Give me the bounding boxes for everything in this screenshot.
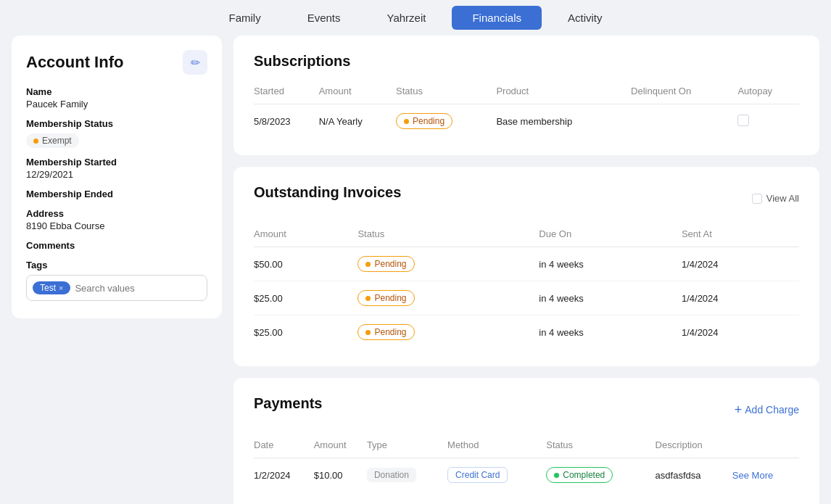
credit-card-badge: Credit Card [447, 467, 508, 483]
badge-dot-icon [33, 139, 38, 144]
invoice-pending-badge: Pending [357, 290, 414, 306]
invoice-due-on: in 4 weeks [539, 247, 682, 281]
payment-status-text: Completed [563, 470, 605, 480]
subscriptions-col-autopay: Autopay [737, 81, 799, 104]
invoice-pending-badge: Pending [357, 256, 414, 272]
table-row: $25.00 Pending in 4 weeks 1/4/2024 [254, 315, 799, 350]
invoice-amount: $25.00 [254, 281, 357, 315]
invoices-col-amount: Amount [254, 224, 357, 247]
see-more-button[interactable]: See More [732, 470, 773, 481]
donation-type-badge: Donation [367, 468, 416, 482]
invoices-col-due-on: Due On [539, 224, 682, 247]
payments-title: Payments [254, 395, 323, 412]
invoice-sent-at: 1/4/2024 [682, 247, 799, 281]
tag-chip-test: Test × [33, 281, 70, 294]
invoice-sent-at: 1/4/2024 [682, 315, 799, 350]
payment-description: asdfasfdsa [656, 458, 732, 492]
subscriptions-title: Subscriptions [254, 53, 799, 70]
payments-col-type: Type [367, 435, 447, 458]
plus-icon: + [735, 403, 743, 416]
table-row: $50.00 Pending in 4 weeks 1/4/2024 [254, 247, 799, 281]
tag-chip-close-icon[interactable]: × [59, 284, 63, 292]
view-all-label: View All [766, 193, 799, 204]
payment-amount: $10.00 [314, 458, 367, 492]
top-navigation: Family Events Yahrzeit Financials Activi… [0, 0, 831, 36]
invoice-status: Pending [357, 315, 539, 350]
invoice-due-on: in 4 weeks [539, 281, 682, 315]
invoice-status: Pending [357, 281, 539, 315]
membership-status-badge: Exempt [26, 133, 79, 148]
subscription-product: Base membership [496, 104, 631, 139]
comments-label: Comments [26, 240, 207, 251]
completed-dot-icon [554, 473, 559, 478]
invoice-status-text: Pending [374, 259, 406, 269]
content-area: Subscriptions Started Amount Status Prod… [233, 36, 819, 504]
sidebar-header: Account Info ✏ [26, 50, 207, 75]
subscriptions-card: Subscriptions Started Amount Status Prod… [233, 36, 819, 155]
payments-table: Date Amount Type Method Status Descripti… [254, 435, 799, 492]
subscriptions-col-product: Product [496, 81, 631, 104]
edit-account-button[interactable]: ✏ [183, 50, 207, 75]
subscriptions-col-started: Started [254, 81, 319, 104]
pending-dot-icon [404, 119, 409, 124]
tab-yahrzeit[interactable]: Yahrzeit [367, 6, 447, 30]
subscriptions-col-amount: Amount [319, 81, 396, 104]
invoice-status-text: Pending [374, 327, 406, 337]
payments-col-amount: Amount [314, 435, 367, 458]
subscription-amount: N/A Yearly [319, 104, 396, 139]
subscriptions-col-status: Status [396, 81, 496, 104]
table-row: 5/8/2023 N/A Yearly Pending Base members… [254, 104, 799, 139]
membership-status-label: Membership Status [26, 118, 207, 129]
completed-status-badge: Completed [546, 467, 613, 483]
pending-dot-icon [365, 262, 371, 267]
invoice-status-text: Pending [374, 293, 406, 303]
view-all-button[interactable]: View All [752, 193, 799, 204]
subscription-status: Pending [396, 104, 496, 139]
subscription-pending-badge: Pending [396, 113, 452, 129]
tag-chip-label: Test [40, 283, 56, 293]
autopay-checkbox[interactable] [737, 115, 749, 126]
tab-family[interactable]: Family [209, 6, 281, 30]
payments-header-row: Payments + Add Charge [254, 395, 799, 424]
account-info-sidebar: Account Info ✏ Name Paucek Family Member… [12, 36, 222, 318]
tags-search-input[interactable] [75, 283, 201, 294]
outstanding-invoices-card: Outstanding Invoices View All Amount Sta… [233, 167, 819, 366]
membership-ended-label: Membership Ended [26, 189, 207, 199]
invoice-amount: $50.00 [254, 247, 357, 281]
subscription-autopay [737, 104, 799, 139]
membership-started-value: 12/29/2021 [26, 169, 207, 180]
tab-financials[interactable]: Financials [452, 6, 542, 30]
invoices-col-status: Status [357, 224, 539, 247]
payments-card: Payments + Add Charge Date Amount Type M… [233, 378, 819, 504]
subscription-status-text: Pending [413, 116, 445, 126]
tab-activity[interactable]: Activity [547, 6, 623, 30]
outstanding-invoices-title: Outstanding Invoices [254, 184, 401, 201]
invoice-due-on: in 4 weeks [539, 315, 682, 350]
payment-method: Credit Card [447, 458, 546, 492]
payment-type: Donation [367, 458, 447, 492]
payment-date: 1/2/2024 [254, 458, 314, 492]
add-charge-label: Add Charge [745, 404, 799, 416]
payment-see-more: See More [732, 458, 799, 492]
address-value: 8190 Ebba Course [26, 220, 207, 231]
invoice-status: Pending [357, 247, 539, 281]
subscriptions-col-delinquent: Delinquent On [631, 81, 737, 104]
name-label: Name [26, 86, 207, 97]
edit-icon: ✏ [191, 56, 200, 70]
payments-col-date: Date [254, 435, 314, 458]
main-layout: Account Info ✏ Name Paucek Family Member… [0, 36, 831, 504]
membership-started-label: Membership Started [26, 157, 207, 168]
subscription-started: 5/8/2023 [254, 104, 319, 139]
subscription-delinquent [631, 104, 737, 139]
tab-events[interactable]: Events [287, 6, 361, 30]
invoices-table: Amount Status Due On Sent At $50.00 Pend… [254, 224, 799, 349]
table-row: 1/2/2024 $10.00 Donation Credit Card Com… [254, 458, 799, 492]
view-all-checkbox-icon[interactable] [752, 194, 762, 204]
address-label: Address [26, 208, 207, 219]
tags-input-container[interactable]: Test × [26, 275, 207, 301]
payment-status: Completed [546, 458, 655, 492]
add-charge-button[interactable]: + Add Charge [735, 403, 799, 416]
payments-col-method: Method [447, 435, 546, 458]
pending-dot-icon [365, 330, 371, 335]
table-row: $25.00 Pending in 4 weeks 1/4/2024 [254, 281, 799, 315]
